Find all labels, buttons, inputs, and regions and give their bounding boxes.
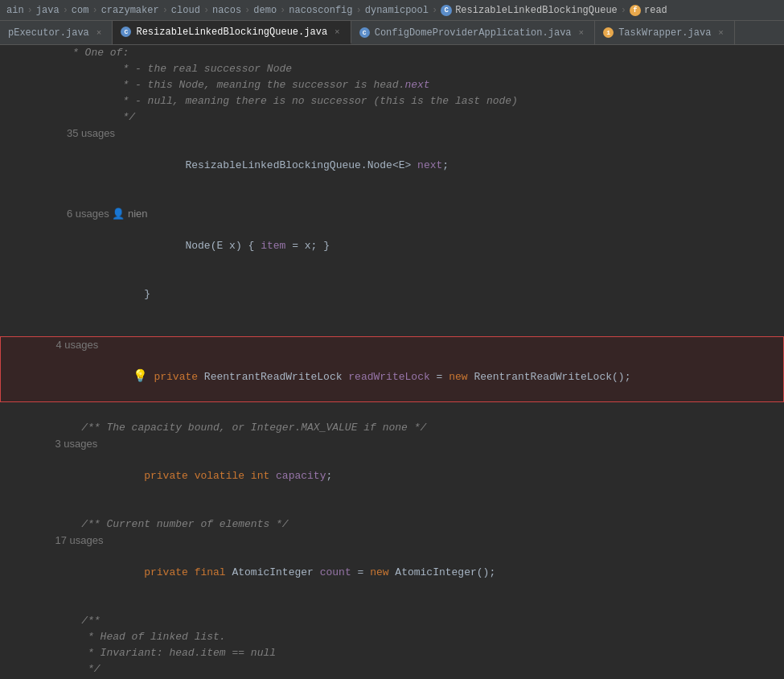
code-line-head2: * Head of linked list. [0, 629, 784, 645]
tab-taskwrapper[interactable]: 1 TaskWrapper.java × [595, 21, 735, 44]
code-line-head1: /** [0, 613, 784, 629]
code-line-usages4: 4 usages [1, 337, 783, 353]
tab-resizable-icon: C [121, 27, 131, 37]
code-line-head3: * Invariant: head.item == null [0, 645, 784, 661]
breadcrumb-read[interactable]: read [644, 5, 667, 16]
code-line-comment4: * - null, meaning there is no successor … [0, 93, 784, 109]
breadcrumb-nacos[interactable]: nacos [212, 5, 241, 16]
editor: * One of: * - the real successor Node * … [0, 45, 784, 679]
code-line-usages6: 6 usages 👤 nien [0, 206, 784, 222]
tab-configdome-close[interactable]: × [577, 27, 587, 39]
tab-pexecutor-label: pExecutor.java [8, 27, 89, 39]
code-line-blank3 [0, 404, 784, 420]
class-icon-blue: C [441, 5, 452, 16]
tab-resizable-close[interactable]: × [332, 27, 343, 38]
code-line-elements-comment: /** Current number of elements */ [0, 516, 784, 533]
breadcrumb-resizable[interactable]: ResizableLinkedBlockingQueue [455, 5, 618, 16]
code-line-head4: */ [0, 661, 784, 677]
code-line-usages17: 17 usages [0, 533, 784, 549]
code-line-comment5: */ [0, 109, 784, 126]
tab-configdome[interactable]: C ConfigDomeProviderApplication.java × [351, 21, 595, 44]
code-line-blank1 [0, 190, 784, 206]
tab-configdome-icon: C [359, 27, 370, 38]
tab-bar: pExecutor.java × C ResizableLinkedBlocki… [0, 21, 784, 45]
code-line-next: ResizableLinkedBlockingQueue.Node<E> nex… [0, 142, 784, 190]
code-line-comment3: * - this Node, meaning the successor is … [0, 77, 784, 93]
code-area[interactable]: * One of: * - the real successor Node * … [0, 45, 784, 679]
code-line-capacity: private volatile int capacity; [0, 452, 784, 500]
code-line-rwlock: 💡 private ReentrantReadWriteLock readWri… [1, 353, 783, 401]
tab-taskwrapper-icon: 1 [603, 27, 614, 38]
code-line-comment1: * One of: [0, 45, 784, 61]
code-line-brace: } [0, 270, 784, 319]
highlighted-block: 4 usages 💡 private ReentrantReadWriteLoc… [0, 336, 784, 402]
code-line-blank5 [0, 597, 784, 613]
tab-resizable[interactable]: C ResizableLinkedBlockingQueue.java × [113, 21, 351, 44]
breadcrumb-crazymaker[interactable]: crazymaker [101, 5, 159, 16]
code-line-blank2 [0, 319, 784, 335]
tab-taskwrapper-label: TaskWrapper.java [618, 27, 711, 39]
tab-configdome-label: ConfigDomeProviderApplication.java [375, 27, 572, 39]
breadcrumb-com[interactable]: com [72, 5, 89, 16]
code-line-blank4 [0, 500, 784, 516]
code-line-count: private final AtomicInteger count = new … [0, 549, 784, 597]
breadcrumb: ain › java › com › crazymaker › cloud › … [0, 0, 784, 21]
code-lines: * One of: * - the real successor Node * … [0, 45, 784, 679]
code-line-capacity-comment: /** The capacity bound, or Integer.MAX_V… [0, 420, 784, 436]
class-icon-orange: f [630, 5, 641, 16]
tab-taskwrapper-close[interactable]: × [716, 27, 726, 39]
breadcrumb-demo[interactable]: demo [253, 5, 277, 16]
tab-resizable-label: ResizableLinkedBlockingQueue.java [136, 27, 327, 38]
code-line-usages3: 3 usages [0, 436, 784, 452]
code-line-comment2: * - the real successor Node [0, 61, 784, 77]
code-line-constructor: Node(E x) { item = x; } [0, 222, 784, 270]
breadcrumb-cloud[interactable]: cloud [171, 5, 200, 16]
breadcrumb-ain[interactable]: ain [6, 5, 24, 16]
tab-pexecutor[interactable]: pExecutor.java × [0, 21, 113, 44]
breadcrumb-nacosconfig[interactable]: nacosconfig [289, 5, 352, 16]
breadcrumb-dynamicpool[interactable]: dynamicpool [365, 5, 429, 16]
tab-pexecutor-close[interactable]: × [94, 27, 105, 39]
breadcrumb-java[interactable]: java [36, 5, 60, 16]
code-line-usages35: 35 usages [0, 126, 784, 142]
